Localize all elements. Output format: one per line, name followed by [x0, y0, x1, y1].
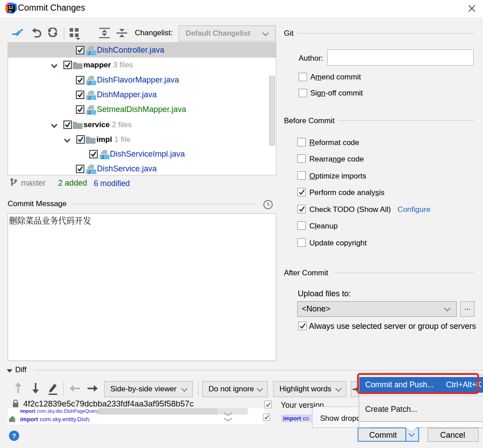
svg-text:IJ: IJ	[8, 6, 13, 10]
